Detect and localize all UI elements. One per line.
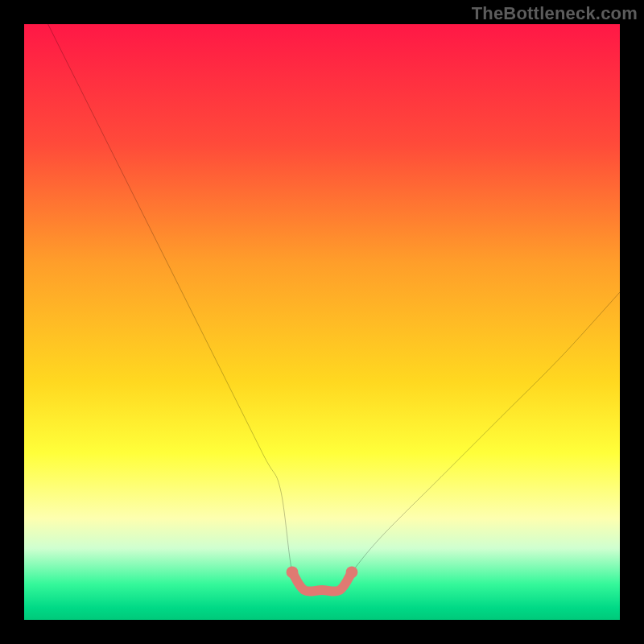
- bottleneck-curve: [24, 24, 620, 620]
- watermark-text: TheBottleneck.com: [472, 3, 638, 24]
- svg-point-2: [346, 566, 358, 578]
- svg-point-1: [287, 566, 299, 578]
- plot-area: [24, 24, 620, 620]
- chart-frame: TheBottleneck.com: [0, 0, 644, 644]
